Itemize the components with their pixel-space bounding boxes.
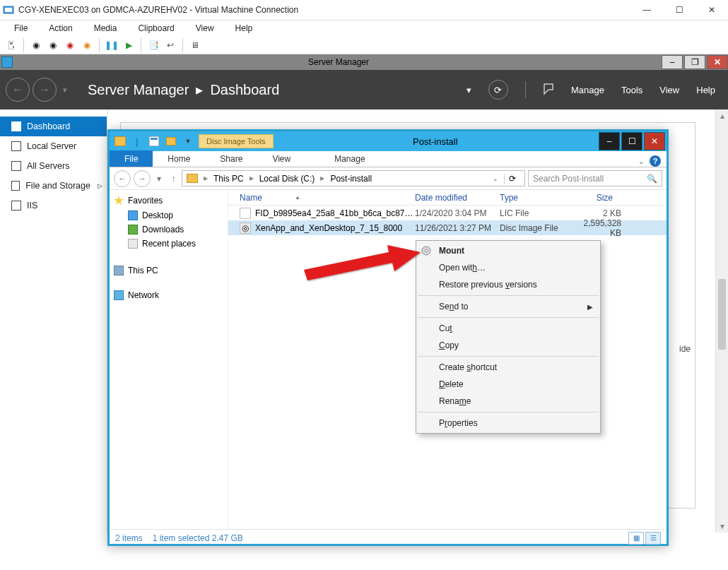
vmc-menu-view[interactable]: View xyxy=(192,22,218,35)
back-button[interactable]: ← xyxy=(114,170,131,187)
ctx-mount[interactable]: Mount xyxy=(416,242,600,259)
vmc-enhanced-button[interactable]: 🖥 xyxy=(188,38,202,52)
sm-breadcrumb-root[interactable]: Server Manager xyxy=(88,82,189,98)
scroll-down-icon[interactable]: ▾ xyxy=(716,520,728,533)
vmc-titlebar: CGY-XENEXEC03 on GDMCA-AZUREHV02 - Virtu… xyxy=(0,0,728,20)
vmc-maximize-button[interactable]: ☐ xyxy=(663,0,695,20)
sm-notifications-flag-icon[interactable] xyxy=(543,83,554,97)
scroll-thumb[interactable] xyxy=(718,279,726,350)
sidebar-item-dashboard[interactable]: Dashboard xyxy=(0,117,107,136)
vmc-menu-clipboard[interactable]: Clipboard xyxy=(134,22,178,35)
ctx-send-to[interactable]: Send to▶ xyxy=(416,298,600,315)
vmc-title: CGY-XENEXEC03 on GDMCA-AZUREHV02 - Virtu… xyxy=(18,5,630,15)
vmc-checkpoint-button[interactable]: 📑 xyxy=(146,38,160,52)
ribbon-tab-manage[interactable]: Manage xyxy=(319,150,380,167)
qat-properties-button[interactable] xyxy=(146,133,162,149)
qat-newfolder-button[interactable] xyxy=(163,133,179,149)
vmc-menu-file[interactable]: File xyxy=(10,22,32,35)
navigation-tree: Favorites Desktop Downloads Recent place… xyxy=(110,190,228,529)
ribbon-tab-share[interactable]: Share xyxy=(205,150,257,167)
tree-downloads[interactable]: Downloads xyxy=(114,222,223,237)
vmc-close-button[interactable]: ✕ xyxy=(695,0,728,20)
ctx-open-with[interactable]: Open with… xyxy=(416,259,600,276)
ribbon-expand-icon[interactable]: ⌄ xyxy=(638,158,644,165)
vmc-menu-help[interactable]: Help xyxy=(231,22,257,35)
ctx-restore-versions[interactable]: Restore previous versions xyxy=(416,276,600,293)
ctx-cut[interactable]: Cut xyxy=(416,320,600,337)
sidebar-item-iis[interactable]: IIS xyxy=(0,196,107,215)
help-icon[interactable]: ? xyxy=(650,155,661,167)
sm-minimize-button[interactable]: – xyxy=(662,55,683,69)
tree-recent[interactable]: Recent places xyxy=(114,237,223,251)
explorer-close-button[interactable]: ✕ xyxy=(644,132,665,150)
tree-desktop[interactable]: Desktop xyxy=(114,208,223,222)
sm-forward-button[interactable]: → xyxy=(33,78,57,102)
vmc-pause-button[interactable]: ❚❚ xyxy=(105,38,119,52)
sm-close-button[interactable]: ✕ xyxy=(707,55,728,69)
breadcrumb-box[interactable]: ▶ This PC ▶ Local Disk (C:) ▶ Post-insta… xyxy=(182,170,525,186)
qat-separator: | xyxy=(129,133,145,149)
crumb-folder[interactable]: Post-install xyxy=(330,174,372,184)
qat-dropdown[interactable]: ▼ xyxy=(180,133,196,149)
ctx-copy[interactable]: Copy xyxy=(416,337,600,354)
vmc-menu-media[interactable]: Media xyxy=(90,22,122,35)
sidebar-item-local-server[interactable]: Local Server xyxy=(0,136,107,156)
vmc-revert-button[interactable]: ↩ xyxy=(163,38,177,52)
crumb-thispc[interactable]: This PC xyxy=(213,174,244,184)
sm-nav-dropdown[interactable]: ▾ xyxy=(59,78,71,102)
tree-thispc[interactable]: This PC xyxy=(114,263,223,278)
sm-scrollbar[interactable]: ▴ ▾ xyxy=(715,109,728,533)
sidebar-item-file-storage[interactable]: File and Storage Services▷ xyxy=(0,176,107,196)
ribbon-tab-home[interactable]: Home xyxy=(153,150,205,167)
explorer-titlebar[interactable]: | ▼ Disc Image Tools Post-install – ☐ ✕ xyxy=(110,131,667,151)
vmc-save-button[interactable]: ◉ xyxy=(80,38,94,52)
explorer-maximize-button[interactable]: ☐ xyxy=(621,132,642,150)
crumb-drive[interactable]: Local Disk (C:) xyxy=(259,174,315,184)
scroll-up-icon[interactable]: ▴ xyxy=(716,109,728,122)
ctx-create-shortcut[interactable]: Create shortcut xyxy=(416,359,600,376)
vmc-turnoff-button[interactable]: ◉ xyxy=(46,38,60,52)
vmc-menu-action[interactable]: Action xyxy=(45,22,76,35)
vmc-toolbar: ◉ ◉ ◉ ◉ ❚❚ ▶ 📑 ↩ 🖥 xyxy=(0,36,728,54)
sidebar-label: All Servers xyxy=(27,161,69,171)
sm-menu-help[interactable]: Help xyxy=(696,85,715,95)
refresh-button[interactable]: ⟳ xyxy=(504,174,520,184)
sm-menu-view[interactable]: View xyxy=(659,85,679,95)
sm-header-dropdown[interactable]: ▾ xyxy=(466,85,471,95)
vmc-minimize-button[interactable]: — xyxy=(630,0,663,20)
forward-button[interactable]: → xyxy=(134,170,151,187)
file-row-selected[interactable]: ◎ XenApp_and_XenDesktop_7_15_8000 11/26/… xyxy=(228,220,667,235)
explorer-minimize-button[interactable]: – xyxy=(599,132,620,150)
view-details-button[interactable]: ☰ xyxy=(645,532,661,545)
tree-network[interactable]: Network xyxy=(114,290,223,300)
sm-refresh-button[interactable]: ⟳ xyxy=(488,80,508,100)
vmc-ctrlaltdel-button[interactable] xyxy=(4,38,18,52)
ctx-label: Send to xyxy=(439,302,468,311)
ribbon-tab-view[interactable]: View xyxy=(257,150,305,167)
disc-image-icon: ◎ xyxy=(240,222,251,234)
contextual-tab-label: Disc Image Tools xyxy=(199,134,274,148)
column-headers[interactable]: Name▲ Date modified Type Size xyxy=(228,190,667,206)
tree-favorites[interactable]: Favorites xyxy=(114,196,223,206)
history-dropdown[interactable]: ▾ xyxy=(153,171,165,186)
sidebar-item-all-servers[interactable]: All Servers xyxy=(0,156,107,176)
sm-hide-label[interactable]: ide xyxy=(679,344,691,354)
ctx-rename[interactable]: Rename xyxy=(416,393,600,410)
sm-menu-tools[interactable]: Tools xyxy=(621,85,642,95)
vmc-shutdown-button[interactable]: ◉ xyxy=(63,38,77,52)
search-input[interactable]: Search Post-install 🔍 xyxy=(528,170,662,186)
col-size[interactable]: Size xyxy=(577,193,620,203)
vmc-start-button[interactable]: ◉ xyxy=(29,38,43,52)
sm-back-button[interactable]: ← xyxy=(6,78,30,102)
sm-menu-manage[interactable]: Manage xyxy=(571,85,604,95)
up-button[interactable]: ↑ xyxy=(168,171,179,186)
vmc-reset-button[interactable]: ▶ xyxy=(122,38,136,52)
address-dropdown[interactable]: ⌄ xyxy=(490,175,501,182)
col-type[interactable]: Type xyxy=(500,193,577,203)
col-date[interactable]: Date modified xyxy=(415,193,500,203)
ctx-delete[interactable]: Delete xyxy=(416,376,600,393)
ribbon-tab-file[interactable]: File xyxy=(110,150,153,167)
sm-restore-button[interactable]: ❐ xyxy=(684,55,705,69)
view-large-button[interactable]: ▦ xyxy=(628,532,644,545)
ctx-properties[interactable]: Properties xyxy=(416,415,600,432)
